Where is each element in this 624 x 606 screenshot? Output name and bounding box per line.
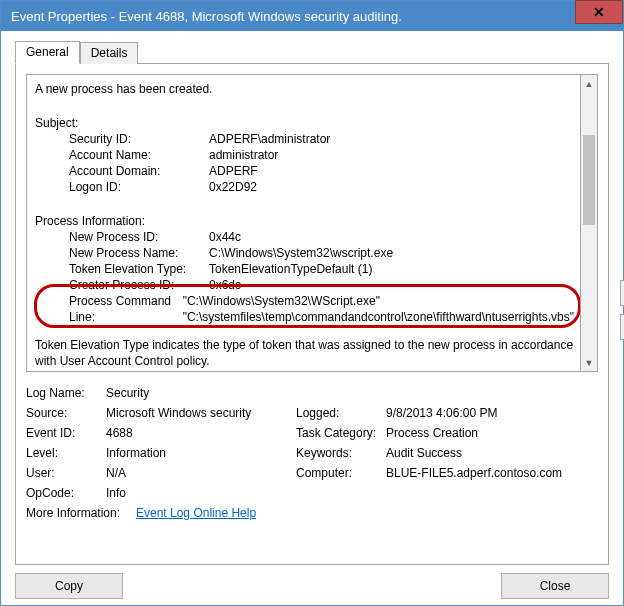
event-id-label: Event ID: bbox=[26, 426, 106, 440]
new-pname-label: New Process Name: bbox=[35, 245, 209, 261]
opcode-label: OpCode: bbox=[26, 486, 106, 500]
cmdline-label: Process Command Line: bbox=[35, 293, 183, 325]
source-label: Source: bbox=[26, 406, 106, 420]
scroll-thumb[interactable] bbox=[583, 135, 595, 225]
security-id-label: Security ID: bbox=[35, 131, 209, 147]
creator-pid-label: Creator Process ID: bbox=[35, 277, 209, 293]
computer-value: BLUE-FILE5.adperf.contoso.com bbox=[386, 466, 598, 480]
new-pid-value: 0x44c bbox=[209, 229, 241, 245]
close-icon[interactable]: ✕ bbox=[575, 0, 623, 24]
client-area: General Details 🡅 🡇 A new process has be… bbox=[1, 31, 623, 605]
log-name-label: Log Name: bbox=[26, 386, 106, 400]
subject-heading: Subject: bbox=[35, 115, 574, 131]
new-pname-value: C:\Windows\System32\wscript.exe bbox=[209, 245, 393, 261]
process-info-heading: Process Information: bbox=[35, 213, 574, 229]
logged-value: 9/8/2013 4:06:00 PM bbox=[386, 406, 598, 420]
account-domain-label: Account Domain: bbox=[35, 163, 209, 179]
source-value: Microsoft Windows security bbox=[106, 406, 296, 420]
opcode-value: Info bbox=[106, 486, 296, 500]
cmdline-value: "C:\Windows\System32\WScript.exe" "C:\sy… bbox=[183, 293, 574, 325]
user-value: N/A bbox=[106, 466, 296, 480]
tab-general[interactable]: General bbox=[15, 41, 80, 64]
security-id-value: ADPERF\administrator bbox=[209, 131, 330, 147]
task-category-value: Process Creation bbox=[386, 426, 598, 440]
titlebar[interactable]: Event Properties - Event 4688, Microsoft… bbox=[1, 1, 623, 31]
tab-strip: General Details bbox=[15, 41, 609, 63]
logged-label: Logged: bbox=[296, 406, 386, 420]
event-id-value: 4688 bbox=[106, 426, 296, 440]
event-log-online-help-link[interactable]: Event Log Online Help bbox=[136, 506, 256, 520]
log-name-value: Security bbox=[106, 386, 296, 400]
copy-button[interactable]: Copy bbox=[15, 573, 123, 599]
more-info-label: More Information: bbox=[26, 506, 136, 520]
scroll-up-icon[interactable]: ▲ bbox=[581, 75, 597, 92]
task-category-label: Task Category: bbox=[296, 426, 386, 440]
level-label: Level: bbox=[26, 446, 106, 460]
prev-event-button[interactable]: 🡅 bbox=[620, 280, 624, 306]
keywords-label: Keywords: bbox=[296, 446, 386, 460]
event-description-box: A new process has been created. Subject:… bbox=[26, 74, 581, 372]
account-name-value: administrator bbox=[209, 147, 278, 163]
token-elevation-footnote: Token Elevation Type indicates the type … bbox=[35, 337, 574, 369]
creator-pid-value: 0x6dc bbox=[209, 277, 241, 293]
token-elev-value: TokenElevationTypeDefault (1) bbox=[209, 261, 372, 277]
logon-id-value: 0x22D92 bbox=[209, 179, 257, 195]
event-properties-window: Event Properties - Event 4688, Microsoft… bbox=[0, 0, 624, 606]
nav-arrows: 🡅 🡇 bbox=[620, 280, 624, 340]
keywords-value: Audit Success bbox=[386, 446, 598, 460]
scroll-down-icon[interactable]: ▼ bbox=[581, 354, 597, 371]
account-domain-value: ADPERF bbox=[209, 163, 258, 179]
created-line: A new process has been created. bbox=[35, 81, 574, 97]
tab-panel-general: 🡅 🡇 A new process has been created. Subj… bbox=[15, 63, 609, 565]
bottom-button-bar: Copy Close bbox=[15, 565, 609, 599]
property-grid: Log Name: Security Source: Microsoft Win… bbox=[26, 386, 598, 526]
account-name-label: Account Name: bbox=[35, 147, 209, 163]
logon-id-label: Logon ID: bbox=[35, 179, 209, 195]
close-button[interactable]: Close bbox=[501, 573, 609, 599]
next-event-button[interactable]: 🡇 bbox=[620, 314, 624, 340]
tab-details[interactable]: Details bbox=[80, 42, 139, 64]
computer-label: Computer: bbox=[296, 466, 386, 480]
level-value: Information bbox=[106, 446, 296, 460]
user-label: User: bbox=[26, 466, 106, 480]
window-title: Event Properties - Event 4688, Microsoft… bbox=[11, 9, 575, 24]
token-elev-label: Token Elevation Type: bbox=[35, 261, 209, 277]
description-scrollbar[interactable]: ▲ ▼ bbox=[581, 74, 598, 372]
new-pid-label: New Process ID: bbox=[35, 229, 209, 245]
